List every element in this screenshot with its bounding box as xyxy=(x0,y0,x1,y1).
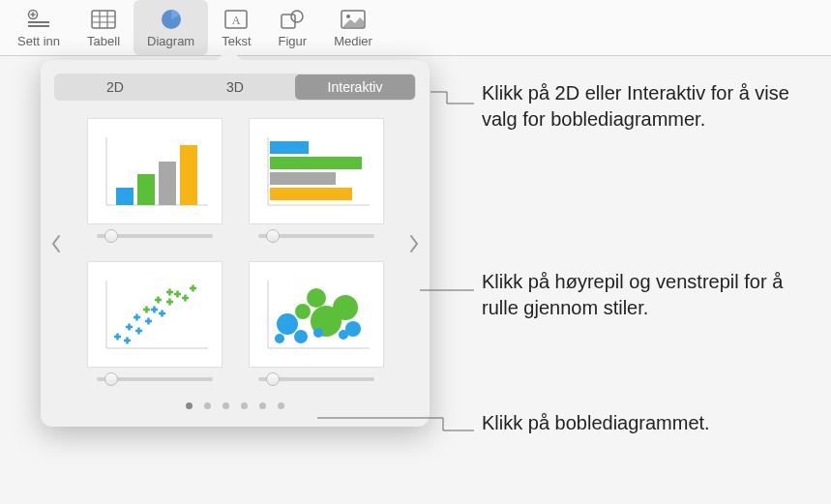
horizontal-bar-chart-preview xyxy=(249,118,384,224)
toolbar-shape-button[interactable]: Figur xyxy=(265,0,321,55)
shape-icon xyxy=(280,7,305,32)
chart-grid xyxy=(54,118,416,381)
svg-rect-12 xyxy=(180,145,197,205)
column-chart-option[interactable] xyxy=(83,118,225,238)
svg-point-6 xyxy=(291,11,303,22)
chart-slider[interactable] xyxy=(97,377,213,381)
svg-point-24 xyxy=(333,295,358,320)
scatter-chart-preview xyxy=(87,261,223,368)
toolbar-label: Tabell xyxy=(87,34,120,48)
annotation-tabs: Klikk på 2D eller Interaktiv for å vise … xyxy=(482,80,811,133)
svg-text:A: A xyxy=(232,14,241,27)
toolbar-label: Diagram xyxy=(147,34,194,48)
chevron-left-icon xyxy=(50,234,62,253)
svg-point-21 xyxy=(307,288,326,308)
svg-rect-14 xyxy=(270,157,362,169)
table-icon xyxy=(91,7,116,32)
svg-point-23 xyxy=(313,328,323,338)
svg-rect-9 xyxy=(116,188,134,205)
svg-rect-16 xyxy=(270,188,352,200)
svg-point-18 xyxy=(275,334,284,343)
nav-right-arrow[interactable] xyxy=(406,224,422,263)
svg-rect-15 xyxy=(270,172,336,185)
text-icon: A xyxy=(224,7,248,32)
media-icon xyxy=(341,7,366,32)
toolbar-label: Medier xyxy=(334,34,372,48)
tab-interactive[interactable]: Interaktiv xyxy=(295,74,415,100)
toolbar-label: Sett inn xyxy=(17,34,60,48)
svg-point-26 xyxy=(339,330,348,340)
toolbar-insert-button[interactable]: Sett inn xyxy=(4,0,74,55)
page-dot[interactable] xyxy=(259,402,266,409)
toolbar-table-button[interactable]: Tabell xyxy=(74,0,134,55)
annotation-bubble: Klikk på boblediagrammet. xyxy=(482,410,772,436)
chart-popover: 2D 3D Interaktiv xyxy=(41,60,430,427)
chart-slider[interactable] xyxy=(258,234,374,238)
chevron-right-icon xyxy=(408,234,420,253)
tab-2d[interactable]: 2D xyxy=(55,74,175,100)
bubble-chart-preview xyxy=(249,261,384,368)
svg-point-20 xyxy=(295,304,311,319)
page-dot[interactable] xyxy=(241,402,248,409)
page-dot[interactable] xyxy=(278,402,284,409)
tab-3d[interactable]: 3D xyxy=(175,74,295,100)
svg-rect-11 xyxy=(159,162,176,205)
page-dot[interactable] xyxy=(223,402,229,409)
toolbar-text-button[interactable]: A Tekst xyxy=(208,0,264,55)
chart-slider[interactable] xyxy=(258,377,374,381)
annotation-arrows: Klikk på høyrepil og venstrepil for å ru… xyxy=(482,269,801,321)
svg-rect-10 xyxy=(137,174,155,205)
page-dot[interactable] xyxy=(204,402,211,409)
svg-point-8 xyxy=(346,15,350,18)
svg-point-17 xyxy=(277,313,298,335)
toolbar: Sett inn Tabell Diagram A Tekst Figur Me… xyxy=(0,0,831,56)
horizontal-bar-chart-option[interactable] xyxy=(245,118,387,238)
bubble-chart-option[interactable] xyxy=(245,261,387,381)
page-dots xyxy=(54,402,416,409)
svg-rect-1 xyxy=(92,11,115,28)
page-dot[interactable] xyxy=(186,402,193,409)
toolbar-label: Tekst xyxy=(222,34,251,48)
toolbar-media-button[interactable]: Medier xyxy=(320,0,386,55)
chart-type-tabs: 2D 3D Interaktiv xyxy=(54,74,416,101)
column-chart-preview xyxy=(87,118,223,224)
chart-icon xyxy=(160,7,183,32)
chart-slider[interactable] xyxy=(97,234,213,238)
toolbar-chart-button[interactable]: Diagram xyxy=(134,0,208,55)
svg-rect-13 xyxy=(270,141,309,154)
scatter-chart-option[interactable] xyxy=(83,261,225,381)
nav-left-arrow[interactable] xyxy=(48,224,64,263)
insert-icon xyxy=(27,7,50,32)
svg-point-19 xyxy=(294,330,308,343)
toolbar-label: Figur xyxy=(279,34,308,48)
